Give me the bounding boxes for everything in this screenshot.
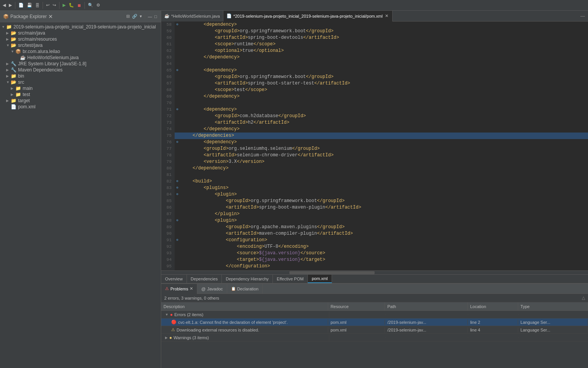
code-line-75[interactable]: 75 </dependencies> (161, 133, 588, 139)
code-line-79[interactable]: 79 <version>3.X</version> (161, 159, 588, 165)
tree-item-test[interactable]: ▶ 📁 test (0, 91, 161, 98)
code-line-82[interactable]: 82⊖ <build> (161, 178, 588, 185)
code-line-94[interactable]: 94 <target>${java.version}</target> (161, 257, 588, 263)
toolbar-btn-undo[interactable]: ↩ (45, 2, 51, 8)
tree-arrow-src-main-java[interactable]: ▶ (6, 31, 11, 35)
toolbar-btn-forward[interactable]: ▶ (8, 2, 13, 8)
errors-expand-arrow[interactable]: ▼ (165, 313, 168, 317)
tree-arrow-bin[interactable]: ▶ (6, 74, 11, 78)
tree-arrow-jre[interactable]: ▶ (6, 62, 11, 66)
code-line-91[interactable]: 91⊖ <configuration> (161, 237, 588, 244)
problems-tab-problems[interactable]: ⚠ Problems ✕ (161, 284, 197, 294)
toolbar-btn-new[interactable]: 📄 (17, 2, 25, 8)
code-line-93[interactable]: 93 <source>${java.version}</source> (161, 250, 588, 257)
warnings-expand-arrow[interactable]: ▶ (165, 336, 168, 340)
code-line-80[interactable]: 80 </dependency> (161, 165, 588, 172)
code-line-59[interactable]: 59 <groupId>org.springframework.boot</gr… (161, 28, 588, 35)
code-line-61[interactable]: 61 <scope>runtime</scope> (161, 41, 588, 48)
bottom-tab-effective-pom[interactable]: Effective POM (273, 275, 308, 283)
problems-tab-declaration[interactable]: 📋 Declaration (227, 284, 263, 294)
package-explorer-close[interactable]: ✕ (48, 13, 53, 20)
code-line-86[interactable]: 86 <artifactId>spring-boot-maven-plugin<… (161, 204, 588, 211)
code-line-95[interactable]: 95 </configuration> (161, 263, 588, 270)
bottom-tab-overview[interactable]: Overview (161, 275, 187, 283)
bottom-tab-pom-xml[interactable]: pom.xml (308, 275, 332, 283)
code-line-65[interactable]: 65⊖ <dependency> (161, 67, 588, 74)
code-editor[interactable]: 58⊖ <dependency>59 <groupId>org.springfr… (161, 22, 588, 270)
problem-row-err1[interactable]: 🔴 cvc-elt.1.a: Cannot find the declarati… (161, 318, 588, 326)
code-line-72[interactable]: 72 <groupId>com.h2database</groupId> (161, 113, 588, 119)
code-line-77[interactable]: 77 <groupId>org.seleniumhq.selenium</gro… (161, 146, 588, 152)
code-line-63[interactable]: 63 </dependency> (161, 54, 588, 61)
toolbar-btn-back[interactable]: ◀ (2, 2, 7, 8)
hscroll-thumb[interactable] (289, 271, 375, 274)
tree-item-main[interactable]: ▶ 📁 main (0, 85, 161, 91)
tree-item-pom-xml[interactable]: 📄 pom.xml (0, 104, 161, 110)
code-line-68[interactable]: 68 <scope>test</scope> (161, 87, 588, 93)
tree-arrow-root[interactable]: ▼ (2, 25, 6, 29)
tree-arrow-test[interactable]: ▶ (11, 93, 15, 96)
problems-tab-javadoc[interactable]: @ Javadoc (197, 284, 227, 294)
editor-minimize-btn[interactable]: — (577, 13, 588, 19)
bottom-tab-dependencies[interactable]: Dependencies (187, 275, 222, 283)
fold-indicator-76[interactable]: ⊖ (175, 139, 180, 146)
problem-row-err2[interactable]: ⚠ Downloading external resources is disa… (161, 326, 588, 334)
code-line-66[interactable]: 66 <groupId>org.springframework.boot</gr… (161, 74, 588, 80)
fold-indicator-82[interactable]: ⊖ (175, 178, 180, 185)
minimize-btn[interactable]: — (147, 13, 153, 20)
fold-indicator-91[interactable]: ⊖ (175, 237, 180, 244)
tab-hello-world[interactable]: ☕ *HelloWorldSelenium.java (161, 11, 223, 22)
code-line-74[interactable]: 74 </dependency> (161, 126, 588, 133)
code-line-71[interactable]: 71⊖ <dependency> (161, 106, 588, 113)
code-line-87[interactable]: 87 </plugin> (161, 211, 588, 217)
toolbar-btn-save[interactable]: 💾 (26, 2, 33, 8)
tree-arrow-src[interactable]: ▼ (6, 80, 11, 84)
code-line-81[interactable]: 81 (161, 172, 588, 178)
tree-item-target[interactable]: ▶ 📁 target (0, 98, 161, 104)
tree-item-hello-world[interactable]: ☕ HelloWorldSelenium.java (0, 55, 161, 61)
tree-arrow-br-com-alura[interactable]: ▼ (11, 50, 15, 53)
code-line-67[interactable]: 67 <artifactId>spring-boot-starter-test<… (161, 80, 588, 87)
fold-indicator-58[interactable]: ⊖ (175, 22, 180, 28)
code-line-70[interactable]: 70 (161, 100, 588, 106)
code-line-89[interactable]: 89 <groupId>org.apache.maven.plugins</gr… (161, 224, 588, 230)
view-menu-btn[interactable]: ▾ (139, 13, 143, 20)
code-line-60[interactable]: 60 <artifactId>spring-boot-devtools</art… (161, 35, 588, 41)
errors-group-row[interactable]: ▼ ● Errors (2 items) (161, 311, 588, 318)
code-line-58[interactable]: 58⊖ <dependency> (161, 22, 588, 28)
toolbar-btn-saveall[interactable]: 🗄 (34, 2, 41, 8)
tab-pom-xml[interactable]: 📄 *2019-selenium-java-projeto_inicial_20… (223, 11, 393, 22)
code-line-69[interactable]: 69 </dependency> (161, 93, 588, 100)
tree-arrow-src-test-java[interactable]: ▼ (6, 43, 11, 47)
maximize-btn[interactable]: □ (154, 13, 158, 20)
tree-item-src-main-resources[interactable]: ▶ 📂 src/main/resources (0, 36, 161, 42)
toolbar-btn-stop[interactable]: ⏹ (76, 2, 83, 8)
code-line-90[interactable]: 90 <artifactId>maven-compiler-plugin</ar… (161, 230, 588, 237)
tree-arrow-src-main-resources[interactable]: ▶ (6, 37, 11, 41)
tree-item-src[interactable]: ▼ 📂 src (0, 79, 161, 85)
link-editor-btn[interactable]: 🔗 (131, 13, 138, 20)
code-line-62[interactable]: 62 <optional>true</optional> (161, 48, 588, 54)
tree-item-maven-deps[interactable]: ▶ 🔧 Maven Dependencies (0, 67, 161, 73)
tree-item-root[interactable]: ▼ 📁 2019-selenium-java-projeto_inicial_2… (0, 24, 161, 30)
fold-indicator-84[interactable]: ⊖ (175, 191, 180, 198)
code-line-64[interactable]: 64 (161, 61, 588, 67)
tree-item-jre[interactable]: ▶ 🔧 JRE System Library [JavaSE-1.8] (0, 61, 161, 67)
code-line-73[interactable]: 73 <artifactId>h2</artifactId> (161, 119, 588, 126)
tree-item-src-test-java[interactable]: ▼ 📂 src/test/java (0, 42, 161, 48)
code-line-88[interactable]: 88⊖ <plugin> (161, 217, 588, 224)
toolbar-btn-search[interactable]: 🔍 (87, 2, 94, 8)
code-line-85[interactable]: 85 <groupId>org.springframework.boot</gr… (161, 198, 588, 204)
problems-tab-close[interactable]: ✕ (190, 286, 193, 291)
warnings-group-row[interactable]: ▶ ● Warnings (3 items) (161, 334, 588, 341)
toolbar-btn-redo[interactable]: ↪ (51, 2, 57, 8)
code-line-96[interactable]: 96 </plugin> (161, 270, 588, 270)
code-line-92[interactable]: 92 <encoding>UTF-8</encoding> (161, 244, 588, 250)
bottom-tab-dep-hierarchy[interactable]: Dependency Hierarchy (222, 275, 273, 283)
tab-close-pom-xml[interactable]: ✕ (384, 13, 389, 18)
code-line-83[interactable]: 83⊖ <plugins> (161, 185, 588, 191)
code-line-78[interactable]: 78 <artifactId>selenium-chrome-driver</a… (161, 152, 588, 159)
horizontal-scrollbar[interactable] (161, 270, 588, 274)
fold-indicator-71[interactable]: ⊖ (175, 106, 180, 113)
toolbar-btn-debug[interactable]: 🐛 (68, 2, 75, 8)
